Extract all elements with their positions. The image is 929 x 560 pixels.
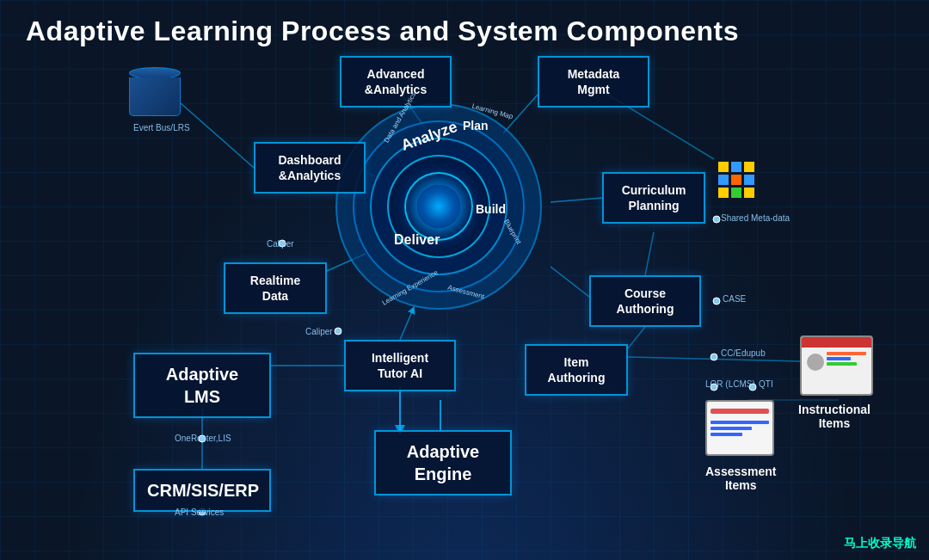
curriculum-planning-title: Curriculum Planning xyxy=(616,182,692,213)
plan-label: Plan xyxy=(463,119,489,132)
curriculum-planning-box: Curriculum Planning xyxy=(602,172,705,224)
adaptive-lms-title: Adaptive LMS xyxy=(147,363,257,408)
caliper2-label: Caliper xyxy=(305,327,333,336)
instructional-screen xyxy=(800,335,873,396)
wheel-center xyxy=(417,185,460,228)
dashboard-analytics-box: Dashboard &Analytics xyxy=(254,142,366,194)
watermark: 马上收录导航 xyxy=(844,536,916,551)
advanced-analytics-title: Advanced &Analytics xyxy=(354,66,438,97)
metadata-mgmt-title: Metadata Mgmt xyxy=(551,66,636,97)
page-title: Adaptive Learning Process and System Com… xyxy=(26,15,739,47)
caliper1-label: Caliper xyxy=(267,239,294,249)
assessment-items-label: AssessmentItems xyxy=(705,465,777,492)
qti-label: QTI xyxy=(759,379,773,389)
cc-edupub-label: CC/Edupub xyxy=(721,348,766,358)
metadata-mgmt-box: Metadata Mgmt xyxy=(538,56,649,108)
item-authoring-box: Item Authoring xyxy=(525,344,628,396)
adaptive-engine-title: Adaptive Engine xyxy=(388,440,498,485)
curriculum-grid-icon xyxy=(718,162,754,198)
adaptive-lms-box: Adaptive LMS xyxy=(133,353,271,418)
api-services-label: API Services xyxy=(175,508,224,517)
evert-bus-label: Evert Bus/LRS xyxy=(133,123,190,132)
intelligent-tutor-box: Intelligent Tutor AI xyxy=(344,340,456,391)
lor-lcms-label: LOR (LCMS) xyxy=(705,379,755,389)
crm-sis-erp-title: CRM/SIS/ERP xyxy=(147,479,257,502)
crm-sis-erp-box: CRM/SIS/ERP xyxy=(133,469,271,512)
item-authoring-title: Item Authoring xyxy=(538,354,614,385)
case-label: CASE xyxy=(723,294,746,304)
one-roster-label: OneRoster,LIS xyxy=(175,434,231,443)
realtime-data-title: Realtime Data xyxy=(237,273,313,304)
adaptive-engine-box: Adaptive Engine xyxy=(374,430,512,495)
assessment-screen xyxy=(705,400,774,456)
event-bus-cylinder xyxy=(129,67,181,116)
intelligent-tutor-title: Intelligent Tutor AI xyxy=(358,350,442,381)
instructional-items-device xyxy=(800,335,873,396)
advanced-analytics-box: Advanced &Analytics xyxy=(340,56,452,108)
course-authoring-box: Course Authoring xyxy=(589,275,701,327)
instructional-items-label: InstructionalItems xyxy=(798,403,871,430)
assessment-items-device xyxy=(705,400,774,456)
deliver-label: Deliver xyxy=(394,232,440,248)
realtime-data-box: Realtime Data xyxy=(224,262,327,314)
shared-metadata-label: Shared Meta-data xyxy=(721,213,790,223)
course-authoring-title: Course Authoring xyxy=(603,286,687,317)
dashboard-analytics-title: Dashboard &Analytics xyxy=(268,152,352,183)
build-label: Build xyxy=(476,202,506,216)
